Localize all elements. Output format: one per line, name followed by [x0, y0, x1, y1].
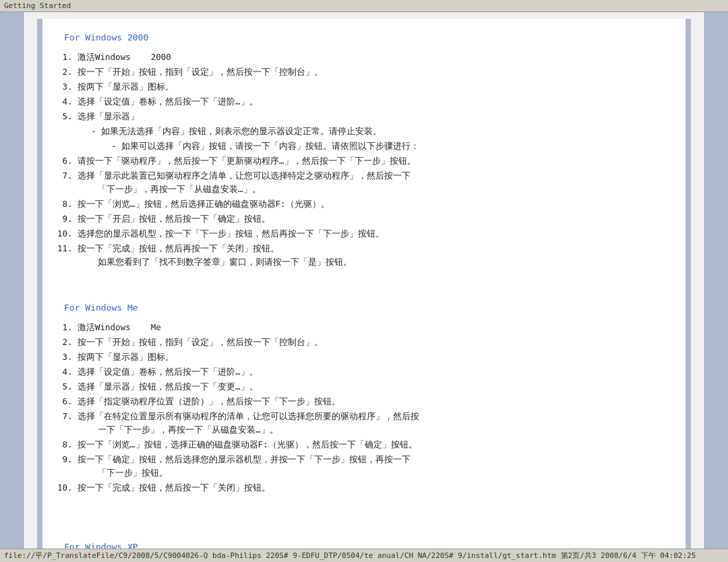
list-item: 按一下「完成」按钮，然后再按一下「关闭」按钮。 如果您看到了「找不到数字签章」窗…	[78, 242, 664, 269]
main-layout: For Windows 2000 激活Windows 2000 按一下「开始」按…	[0, 12, 728, 549]
section-win2000: For Windows 2000 激活Windows 2000 按一下「开始」按…	[64, 32, 664, 269]
right-sidebar	[704, 12, 728, 549]
sub-list-item: 如果无法选择「内容」按钮，则表示您的显示器设定正常。请停止安装。	[91, 125, 664, 138]
indent-text: 「下一步」，再按一下「从磁盘安装…」。	[98, 184, 261, 194]
list-item: 按一下「浏览…」按钮，选择正确的磁盘驱动器F:（光驱），然后按一下「确定」按钮。	[78, 438, 664, 451]
list-item: 选择「指定驱动程序位置（进阶）」，然后按一下「下一步」按钮。	[78, 395, 664, 408]
list-item: 选择「设定值」卷标，然后按一下「进阶…」。	[78, 365, 664, 379]
page-content: For Windows 2000 激活Windows 2000 按一下「开始」按…	[64, 32, 664, 549]
page-container: For Windows 2000 激活Windows 2000 按一下「开始」按…	[37, 19, 691, 549]
list-item: 按两下「显示器」图标。	[78, 80, 664, 94]
list-item: 激活Windows 2000	[78, 51, 664, 64]
list-item: 选择「显示器」 如果无法选择「内容」按钮，则表示您的显示器设定正常。请停止安装。…	[78, 110, 664, 153]
title-bar: Getting Started	[0, 0, 728, 12]
list-item: 按一下「开始」按钮，指到「设定」，然后按一下「控制台」。	[78, 336, 664, 349]
status-bar: file://平/P_TranslateFile/C9/2008/5/C9004…	[0, 549, 728, 562]
status-bar-text: file://平/P_TranslateFile/C9/2008/5/C9004…	[4, 551, 696, 561]
content-area[interactable]: For Windows 2000 激活Windows 2000 按一下「开始」按…	[24, 12, 704, 549]
list-item: 按一下「浏览…」按钮，然后选择正确的磁盘驱动器F:（光驱）。	[78, 197, 664, 211]
sub-sub-list: 如果可以选择「内容」按钮，请按一下「内容」按钮。请依照以下步骤进行：	[111, 139, 664, 153]
divider-3	[64, 518, 664, 531]
indent-text: 「下一步」按钮。	[98, 468, 168, 478]
page-right-bar	[686, 19, 691, 549]
indent-text: 一下「下一步」，再按一下「从磁盘安装…」。	[98, 425, 278, 435]
sub-list: 如果无法选择「内容」按钮，则表示您的显示器设定正常。请停止安装。 如果可以选择「…	[91, 125, 664, 153]
list-item: 选择「显示器」按钮，然后按一下「变更…」。	[78, 380, 664, 394]
sub-sub-list-item: 如果可以选择「内容」按钮，请按一下「内容」按钮。请依照以下步骤进行：	[111, 139, 664, 153]
indent-text: 如果您看到了「找不到数字签章」窗口，则请按一下「是」按钮。	[98, 257, 352, 267]
list-item: 按两下「显示器」图标。	[78, 350, 664, 364]
section-title-win2000: For Windows 2000	[64, 32, 664, 42]
list-item: 按一下「确定」按钮，然后选择您的显示器机型，并按一下「下一步」按钮，再按一下 「…	[78, 453, 664, 480]
section-title-winme: For Windows Me	[64, 303, 664, 313]
list-item: 请按一下「驱动程序」，然后按一下「更新驱动程序…」，然后按一下「下一步」按钮。	[78, 154, 664, 168]
list-item: 激活Windows Me	[78, 321, 664, 334]
section-title-winxp: For Windows XP	[64, 542, 664, 549]
page-left-bar	[37, 19, 42, 549]
list-item: 按一下「开始」按钮，指到「设定」，然后按一下「控制台」。	[78, 65, 664, 79]
section-winxp: For Windows XP 激活Windows XP 按一下「开始」按钮，然后…	[64, 542, 664, 549]
title-bar-text: Getting Started	[4, 1, 71, 10]
section-winme: For Windows Me 激活Windows Me 按一下「开始」按钮，指到…	[64, 303, 664, 495]
list-item: 选择「在特定位置显示所有驱动程序的清单，让您可以选择您所要的驱动程序」，然后按 …	[78, 410, 664, 437]
section-list-winme: 激活Windows Me 按一下「开始」按钮，指到「设定」，然后按一下「控制台」…	[78, 321, 664, 495]
list-item: 选择「设定值」卷标，然后按一下「进阶…」。	[78, 95, 664, 108]
divider-1	[64, 278, 664, 292]
left-sidebar	[0, 12, 24, 549]
list-item: 选择「显示此装置已知驱动程序之清单，让您可以选择特定之驱动程序」，然后按一下 「…	[78, 169, 664, 196]
divider-2	[64, 504, 664, 518]
list-item: 选择您的显示器机型，按一下「下一步」按钮，然后再按一下「下一步」按钮。	[78, 227, 664, 241]
list-item: 按一下「开启」按钮，然后按一下「确定」按钮。	[78, 212, 664, 226]
section-list-win2000: 激活Windows 2000 按一下「开始」按钮，指到「设定」，然后按一下「控制…	[78, 51, 664, 269]
list-item: 按一下「完成」按钮，然后按一下「关闭」按钮。	[78, 481, 664, 495]
